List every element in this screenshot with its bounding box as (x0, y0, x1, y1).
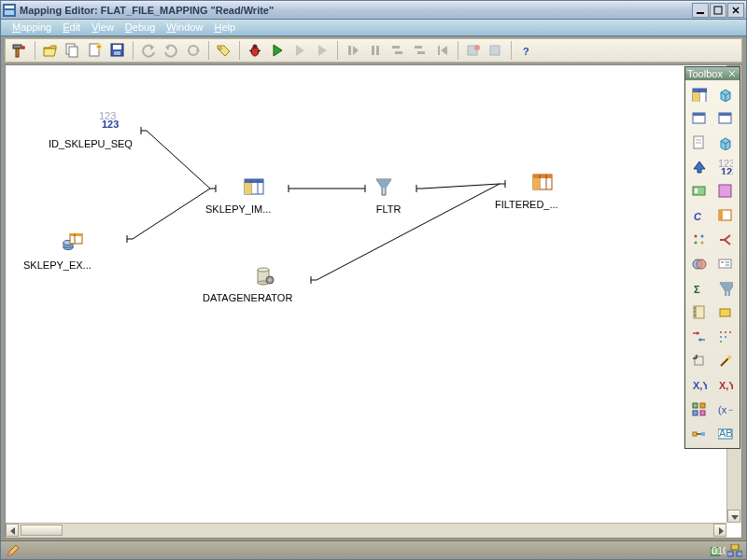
canvas[interactable]: 123123ID_SKLEPU_SEQSKLEPY_EX...SKLEPY_IM… (6, 65, 726, 523)
menu-edit[interactable]: Edit (57, 20, 86, 35)
redo-button (161, 40, 181, 61)
scroll-thumb[interactable] (21, 525, 63, 536)
svg-marker-88 (731, 515, 739, 520)
palette-grid-dots-icon[interactable] (687, 229, 712, 251)
palette-table-icon[interactable] (687, 83, 712, 105)
palette-xy-blue-icon[interactable]: X,Y (687, 374, 712, 397)
tag-button[interactable] (214, 40, 234, 61)
toolbox-titlebar[interactable]: Toolbox (685, 67, 740, 80)
palette-detail-icon[interactable] (713, 253, 738, 275)
node-fltr[interactable]: FLTR (374, 177, 402, 215)
svg-point-86 (269, 279, 272, 282)
svg-rect-107 (693, 187, 705, 195)
palette-box-yellow-icon[interactable] (713, 301, 738, 324)
palette-sigma-icon[interactable]: Σ (687, 277, 712, 300)
svg-rect-3 (697, 12, 704, 14)
palette-dbtable-icon[interactable] (713, 107, 738, 130)
toolbox-title: Toolbox (687, 68, 723, 79)
palette-text-abc-icon[interactable]: ABC (713, 423, 738, 445)
svg-point-138 (725, 331, 726, 333)
svg-rect-32 (376, 46, 379, 55)
node-filt[interactable]: FILTERED_... (514, 173, 578, 210)
palette-binder-icon[interactable] (687, 301, 712, 324)
palette-doc-icon[interactable] (687, 132, 712, 154)
hammer-button[interactable] (9, 40, 30, 61)
toolbox-body: 123123CΣX,YX,Y(x→)ABC (685, 80, 740, 448)
svg-rect-7 (13, 45, 21, 49)
menu-window[interactable]: Window (161, 20, 208, 35)
node-sklim[interactable]: SKLEPY_IM... (225, 177, 290, 215)
svg-point-9 (21, 46, 25, 49)
svg-line-63 (317, 184, 500, 280)
node-seq[interactable]: 123123ID_SKLEPU_SEQ (71, 112, 155, 149)
palette-filter-y-icon[interactable] (713, 277, 738, 300)
palette-object-icon[interactable] (713, 180, 738, 203)
palette-cube-icon[interactable] (713, 83, 738, 105)
new-doc-button[interactable] (85, 40, 106, 61)
copy-doc-button[interactable] (63, 40, 83, 61)
palette-module-icon[interactable] (687, 180, 712, 203)
menu-debug[interactable]: Debug (120, 20, 161, 35)
save-button[interactable] (107, 40, 128, 61)
palette-crop-icon[interactable] (687, 350, 712, 372)
menu-help[interactable]: Help (208, 20, 241, 35)
menu-mapping[interactable]: Mapping (7, 20, 57, 35)
maximize-button[interactable] (710, 3, 726, 18)
toolbox-panel[interactable]: Toolbox 123123CΣX,YX,Y(x→)ABC (684, 66, 740, 449)
svg-rect-166 (731, 544, 739, 550)
first-button (432, 40, 453, 61)
palette-dots-pattern-icon[interactable] (713, 326, 738, 348)
palette-xy-red-icon[interactable]: X,Y (713, 374, 738, 397)
svg-marker-30 (353, 46, 359, 55)
scroll-right-button[interactable] (713, 524, 726, 537)
svg-rect-41 (490, 46, 500, 55)
palette-grid-multi-icon[interactable] (687, 399, 712, 421)
break-cond-button (486, 40, 506, 61)
svg-rect-167 (727, 552, 733, 556)
minimize-button[interactable] (692, 3, 709, 18)
titlebar: Mapping Editor: FLAT_FILE_MAPPING "Read/… (1, 1, 746, 20)
svg-rect-99 (693, 113, 705, 116)
palette-flow-icon[interactable] (687, 423, 712, 445)
bug-button[interactable] (245, 40, 265, 61)
palette-xmap-icon[interactable]: (x→) (713, 399, 738, 421)
palette-seq-123-icon[interactable]: 123123 (713, 156, 738, 178)
svg-rect-154 (693, 411, 698, 415)
scroll-down-button[interactable] (727, 510, 740, 523)
app-window: Mapping Editor: FLAT_FILE_MAPPING "Read/… (0, 0, 747, 560)
svg-rect-34 (395, 51, 402, 54)
palette-arrows-inout-icon[interactable] (687, 326, 712, 348)
refresh-button (183, 40, 204, 61)
palette-venn-icon[interactable] (687, 253, 712, 275)
svg-rect-37 (438, 46, 440, 55)
svg-rect-2 (5, 10, 14, 15)
svg-line-119 (725, 240, 730, 245)
close-button[interactable] (727, 3, 744, 18)
svg-line-118 (725, 235, 730, 240)
node-sklex[interactable]: SKLEPY_EX... (43, 233, 111, 271)
palette-wand-icon[interactable] (713, 350, 738, 372)
horizontal-scrollbar[interactable] (6, 523, 726, 538)
scroll-left-button[interactable] (6, 524, 19, 537)
svg-rect-15 (113, 45, 121, 49)
palette-branch-icon[interactable] (713, 229, 738, 251)
toolbox-close-button[interactable] (726, 68, 738, 79)
run-green-button[interactable] (267, 40, 288, 61)
palette-cube2-icon[interactable] (713, 132, 738, 154)
node-dgen[interactable]: DATAGENERATOR (225, 266, 315, 303)
palette-constant-c-icon[interactable]: C (687, 204, 712, 227)
svg-rect-8 (16, 49, 19, 57)
svg-point-129 (694, 307, 696, 309)
svg-point-40 (474, 45, 480, 50)
svg-line-62 (422, 184, 500, 189)
open-button[interactable] (40, 40, 61, 61)
help-button[interactable]: ? (516, 40, 537, 61)
palette-table2-icon[interactable] (687, 107, 712, 130)
svg-line-146 (721, 358, 728, 366)
menu-view[interactable]: View (86, 20, 120, 35)
palette-arrow-up-icon[interactable] (687, 156, 712, 178)
svg-text:0101: 0101 (712, 545, 726, 556)
svg-rect-112 (719, 210, 723, 220)
palette-list-orange-icon[interactable] (713, 204, 738, 227)
node-label: FILTERED_... (495, 199, 558, 210)
